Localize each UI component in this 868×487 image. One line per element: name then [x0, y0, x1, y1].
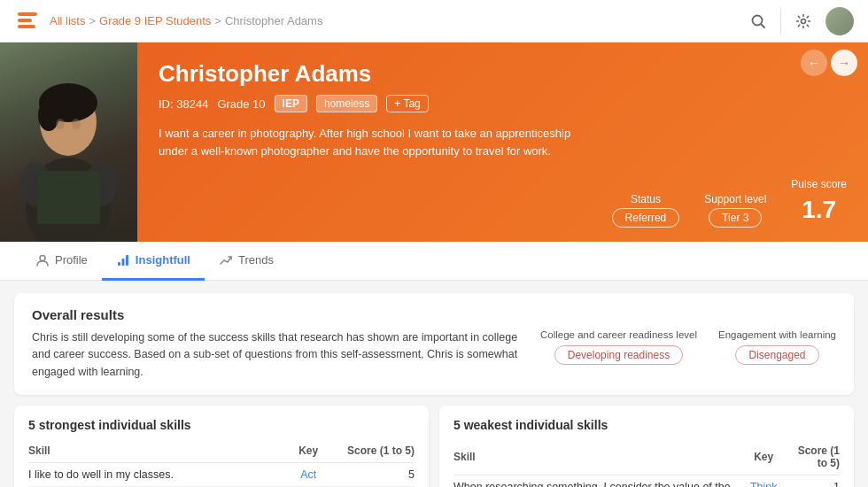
tab-profile-label: Profile: [55, 253, 88, 267]
status-block: Status Referred: [612, 193, 680, 224]
weakest-col-key: Key: [732, 441, 794, 475]
divider: [780, 9, 781, 34]
strongest-col-score: Score (1 to 5): [339, 441, 415, 463]
tab-trends-label: Trends: [238, 253, 274, 267]
strongest-skills-card: 5 strongest individual skills Skill Key …: [14, 406, 429, 487]
support-value: Tier 3: [709, 208, 762, 228]
nav-arrows: ← →: [801, 50, 857, 76]
student-name: Christopher Adams: [159, 60, 591, 88]
weakest-table: Skill Key Score (1 to 5) When researchin…: [453, 441, 840, 487]
tag-iep: IEP: [275, 95, 307, 112]
tab-bar: Profile Insightfull Trends: [0, 242, 868, 281]
svg-point-9: [38, 99, 59, 131]
engagement-value: Disengaged: [735, 345, 818, 365]
status-value: Referred: [612, 208, 680, 228]
student-banner: Christopher Adams ID: 38244 Grade 10 IEP…: [0, 43, 868, 242]
student-id: ID: 38244: [159, 97, 208, 111]
tab-profile[interactable]: Profile: [21, 243, 102, 281]
weakest-skills-card: 5 weakest individual skills Skill Key Sc…: [439, 406, 854, 487]
skill-text: When researching something, I consider t…: [453, 475, 732, 487]
support-block: Support level Tier 3: [704, 193, 766, 224]
student-info: Christopher Adams ID: 38244 Grade 10 IEP…: [137, 43, 612, 242]
weakest-title: 5 weakest individual skills: [453, 418, 840, 432]
nav-left: All lists > Grade 9 IEP Students > Chris…: [14, 7, 322, 35]
svg-rect-17: [121, 259, 124, 266]
profile-icon: [35, 253, 50, 267]
engagement-group: Engagement with learning Disengaged: [718, 329, 836, 365]
tab-insightfull-label: Insightfull: [136, 253, 190, 267]
overall-badges: College and career readiness level Devel…: [540, 329, 836, 365]
skill-text: I like to do well in my classes.: [28, 463, 277, 487]
svg-rect-18: [126, 255, 128, 266]
svg-point-11: [72, 119, 81, 129]
next-student-button[interactable]: →: [831, 50, 857, 76]
skill-score: 1: [794, 475, 840, 487]
svg-rect-2: [18, 25, 35, 28]
career-readiness-value: Developing readiness: [554, 345, 683, 365]
prev-student-button[interactable]: ←: [801, 50, 827, 76]
pulse-block: Pulse score 1.7: [791, 178, 847, 224]
career-readiness-group: College and career readiness level Devel…: [540, 329, 697, 365]
skill-key[interactable]: Act: [277, 463, 339, 487]
svg-rect-16: [118, 262, 120, 266]
student-bio: I want a career in photography. After hi…: [159, 125, 591, 159]
pulse-value: 1.7: [791, 196, 847, 224]
main-content: Overall results Chris is still developin…: [0, 281, 868, 487]
table-row: I like to do well in my classes. Act 5: [28, 463, 415, 487]
tab-trends[interactable]: Trends: [205, 243, 288, 281]
breadcrumb-sep1: >: [89, 14, 96, 27]
strongest-col-skill: Skill: [28, 441, 277, 463]
svg-rect-14: [37, 171, 100, 224]
skill-score: 5: [339, 463, 415, 487]
student-photo: [0, 43, 137, 242]
breadcrumb: All lists > Grade 9 IEP Students > Chris…: [50, 14, 322, 27]
insightfull-icon: [116, 253, 130, 267]
top-navigation: All lists > Grade 9 IEP Students > Chris…: [0, 0, 868, 43]
add-tag-button[interactable]: + Tag: [386, 95, 428, 112]
skill-key[interactable]: Think: [732, 475, 794, 487]
status-label: Status: [612, 193, 680, 205]
weakest-col-score: Score (1 to 5): [794, 441, 840, 475]
svg-line-4: [762, 24, 765, 27]
svg-point-5: [802, 19, 806, 23]
logo[interactable]: [14, 7, 43, 35]
overall-title: Overall results: [32, 307, 836, 322]
svg-point-3: [753, 15, 763, 25]
strongest-table: Skill Key Score (1 to 5) I like to do we…: [28, 441, 415, 487]
pulse-label: Pulse score: [791, 178, 847, 190]
career-readiness-label: College and career readiness level: [540, 329, 697, 340]
user-avatar[interactable]: [825, 7, 854, 35]
overall-results-card: Overall results Chris is still developin…: [14, 293, 854, 395]
trends-icon: [219, 253, 233, 267]
table-row: When researching something, I consider t…: [453, 475, 840, 487]
support-label: Support level: [704, 193, 766, 205]
tab-insightfull[interactable]: Insightfull: [102, 243, 205, 281]
strongest-title: 5 strongest individual skills: [28, 418, 415, 432]
svg-point-10: [56, 119, 65, 129]
engagement-label: Engagement with learning: [718, 329, 836, 340]
svg-point-15: [40, 255, 45, 260]
nav-right: [743, 6, 854, 36]
skills-row: 5 strongest individual skills Skill Key …: [14, 406, 854, 487]
overall-row: Chris is still developing some of the su…: [32, 329, 836, 381]
tag-homeless: homeless: [316, 95, 377, 112]
overall-description: Chris is still developing some of the su…: [32, 329, 523, 381]
strongest-col-key: Key: [277, 441, 339, 463]
student-grade: Grade 10: [217, 97, 265, 111]
svg-rect-0: [18, 12, 37, 16]
svg-rect-1: [18, 19, 32, 22]
student-meta: ID: 38244 Grade 10 IEP homeless + Tag: [159, 95, 591, 112]
search-button[interactable]: [743, 6, 773, 36]
breadcrumb-all-lists[interactable]: All lists: [50, 14, 85, 27]
weakest-col-skill: Skill: [453, 441, 732, 475]
breadcrumb-current: Christopher Adams: [225, 14, 323, 27]
breadcrumb-grade9[interactable]: Grade 9 IEP Students: [99, 14, 211, 27]
breadcrumb-sep2: >: [214, 14, 221, 27]
settings-button[interactable]: [788, 6, 818, 36]
